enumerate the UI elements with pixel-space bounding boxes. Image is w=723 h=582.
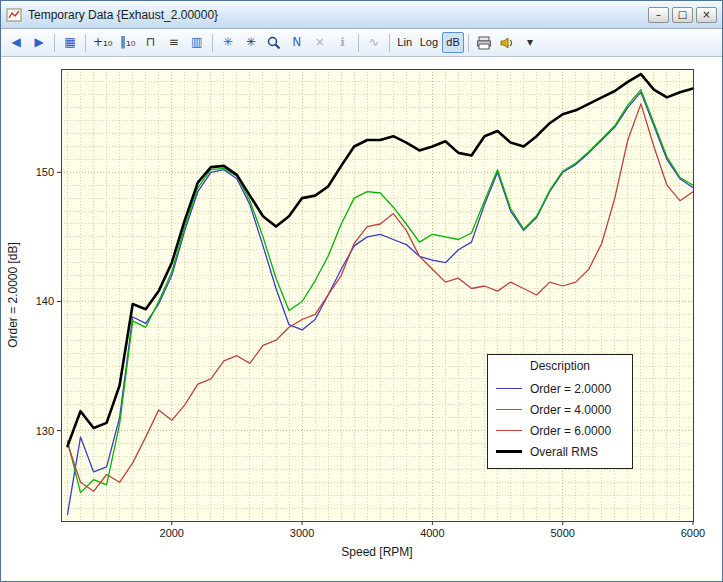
sound-button[interactable] <box>496 32 518 53</box>
x-tick-label: 5000 <box>550 527 574 539</box>
app-window: Temporary Data {Exhaust_2.00000} – □ × ◀… <box>0 0 723 582</box>
play-button[interactable]: ▶ <box>28 32 50 53</box>
zoom-button[interactable] <box>263 32 285 53</box>
toolbar-separator <box>85 34 86 52</box>
y-axis-label: Order = 2.0000 [dB] <box>6 242 20 348</box>
legend-label: Overall RMS <box>530 445 598 459</box>
x-tick-label: 2000 <box>160 527 184 539</box>
close-button[interactable]: × <box>696 7 717 23</box>
legend-swatch <box>496 388 522 389</box>
wave-cursor-button[interactable]: ∿ <box>363 32 385 53</box>
legend-swatch <box>496 450 522 453</box>
toolbar-separator <box>54 34 55 52</box>
double-cursor-button[interactable]: ‖₁₀ <box>117 32 139 53</box>
zoom-y-button[interactable]: ✳ <box>240 32 262 53</box>
maximize-button[interactable]: □ <box>672 7 693 23</box>
chart-area: 20003000400050006000130140150Speed [RPM]… <box>1 57 722 582</box>
previous-button[interactable]: ◀ <box>5 32 27 53</box>
toolbar-separator <box>358 34 359 52</box>
toolbar-overflow-button[interactable]: ▾ <box>519 32 541 53</box>
log-button[interactable]: Log <box>417 32 441 53</box>
x-tick-label: 3000 <box>290 527 314 539</box>
chart[interactable]: 20003000400050006000130140150Speed [RPM]… <box>1 57 722 582</box>
legend-title: Description <box>496 359 624 373</box>
legend-swatch <box>496 409 522 410</box>
reference-lines-button[interactable]: ≡ <box>163 32 185 53</box>
legend-item: Order = 6.0000 <box>496 420 624 441</box>
toolbar: ◀▶▦+₁₀‖₁₀⊓≡▥✳✳N×ℹ∿LinLogdB▾ <box>1 29 722 57</box>
legend-label: Order = 4.0000 <box>530 403 611 417</box>
harmonic-cursor-button[interactable]: ⊓ <box>140 32 162 53</box>
legend-item: Overall RMS <box>496 441 624 462</box>
window-layout-button[interactable]: ▦ <box>59 32 81 53</box>
print-button[interactable] <box>473 32 495 53</box>
legend[interactable]: Description Order = 2.0000Order = 4.0000… <box>487 354 633 469</box>
window-title: Temporary Data {Exhaust_2.00000} <box>28 8 645 22</box>
legend-item: Order = 2.0000 <box>496 378 624 399</box>
y-tick-label: 130 <box>36 425 54 437</box>
legend-rows: Order = 2.0000Order = 4.0000Order = 6.00… <box>496 378 624 462</box>
window-icon <box>6 7 22 23</box>
y-tick-label: 140 <box>36 295 54 307</box>
window-controls: – □ × <box>645 7 717 23</box>
toolbar-separator <box>212 34 213 52</box>
title-bar: Temporary Data {Exhaust_2.00000} – □ × <box>1 1 722 29</box>
toolbar-separator <box>389 34 390 52</box>
y-tick-label: 150 <box>36 166 54 178</box>
legend-label: Order = 2.0000 <box>530 382 611 396</box>
x-tick-label: 4000 <box>420 527 444 539</box>
legend-swatch <box>496 430 522 431</box>
legend-label: Order = 6.0000 <box>530 424 611 438</box>
zoom-x-button[interactable]: ✳ <box>217 32 239 53</box>
waterfall-button[interactable]: ▥ <box>186 32 208 53</box>
lin-button[interactable]: Lin <box>394 32 416 53</box>
info-button[interactable]: ℹ <box>332 32 354 53</box>
single-cursor-button[interactable]: +₁₀ <box>90 32 116 53</box>
minimize-button[interactable]: – <box>648 7 669 23</box>
db-button[interactable]: dB <box>442 32 464 53</box>
x-tick-label: 6000 <box>681 527 705 539</box>
annotate-button[interactable]: N <box>286 32 308 53</box>
x-axis-label: Speed [RPM] <box>341 545 412 559</box>
delete-button[interactable]: × <box>309 32 331 53</box>
legend-item: Order = 4.0000 <box>496 399 624 420</box>
toolbar-separator <box>468 34 469 52</box>
